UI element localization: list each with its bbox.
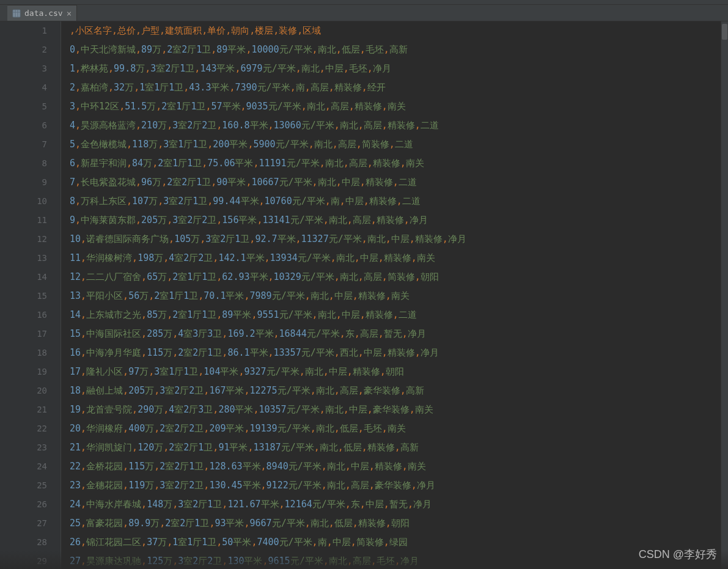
line-number: 7 bbox=[0, 135, 61, 154]
line-number: 3 bbox=[0, 59, 61, 78]
line-number: 1 bbox=[0, 21, 61, 40]
csv-data-row: 2,嘉柏湾,32万,1室1厅1卫,43.3平米,7390元/平米,南,高层,精装… bbox=[70, 78, 728, 97]
csv-data-row: 6,新星宇和润,84万,2室1厅1卫,75.06平米,11191元/平米,南北,… bbox=[70, 154, 728, 173]
csv-data-row: 7,长电紫盈花城,96万,2室2厅1卫,90平米,10667元/平米,南北,中层… bbox=[70, 173, 728, 192]
line-number: 11 bbox=[0, 211, 61, 230]
csv-data-row: 5,金色橄榄城,118万,3室1厅1卫,200平米,5900元/平米,南北,高层… bbox=[70, 135, 728, 154]
line-number: 20 bbox=[0, 381, 61, 400]
line-number: 29 bbox=[0, 552, 61, 569]
editor-area[interactable]: 1234567891011121314151617181920212223242… bbox=[0, 21, 728, 569]
csv-data-row: 26,锦江花园二区,37万,1室1厅1卫,50平米,7400元/平米,南,中层,… bbox=[70, 533, 728, 552]
line-number: 12 bbox=[0, 230, 61, 249]
csv-data-row: 14,上东城市之光,85万,2室1厅1卫,89平米,9551元/平米,南北,中层… bbox=[70, 306, 728, 325]
line-number: 28 bbox=[0, 533, 61, 552]
line-number: 2 bbox=[0, 40, 61, 59]
csv-data-row: 9,中海莱茵东郡,205万,3室2厅2卫,156平米,13141元/平米,南北,… bbox=[70, 211, 728, 230]
line-number: 5 bbox=[0, 97, 61, 116]
csv-data-row: 25,富豪花园,89.9万,2室2厅1卫,93平米,9667元/平米,南北,低层… bbox=[70, 514, 728, 533]
line-number: 21 bbox=[0, 400, 61, 419]
csv-data-row: 11,华润橡树湾,198万,4室2厅2卫,142.1平米,13934元/平米,南… bbox=[70, 249, 728, 268]
window-topbar bbox=[0, 0, 728, 5]
line-number: 25 bbox=[0, 476, 61, 495]
line-number: 8 bbox=[0, 154, 61, 173]
csv-data-row: 8,万科上东区,107万,3室2厅1卫,99.44平米,10760元/平米,南,… bbox=[70, 192, 728, 211]
line-number: 26 bbox=[0, 495, 61, 514]
scroll-thumb[interactable] bbox=[722, 24, 727, 40]
line-number: 9 bbox=[0, 173, 61, 192]
line-number: 23 bbox=[0, 438, 61, 457]
csv-data-row: 17,隆礼小区,97万,3室1厅1卫,104平米,9327元/平米,南北,中层,… bbox=[70, 362, 728, 381]
csv-data-row: 27,昊源康达巩驰,125万,3室2厅2卫,130平米,9615元/平米,南北,… bbox=[70, 552, 728, 569]
csv-data-row: 15,中海国际社区,285万,4室3厅3卫,169.2平米,16844元/平米,… bbox=[70, 325, 728, 343]
csv-data-row: 1,桦林苑,99.8万,3室2厅1卫,143平米,6979元/平米,南北,中层,… bbox=[70, 59, 728, 78]
csv-header-row: ,小区名字,总价,户型,建筑面积,单价,朝向,楼层,装修,区域 bbox=[70, 21, 728, 40]
file-tab-data-csv[interactable]: data.csv × bbox=[7, 5, 77, 21]
csv-data-row: 12,二二八厂宿舍,65万,2室1厅1卫,62.93平米,10329元/平米,南… bbox=[70, 268, 728, 287]
csv-data-row: 23,金穗花园,119万,3室2厅2卫,130.45平米,9122元/平米,南北… bbox=[70, 476, 728, 495]
csv-data-row: 13,平阳小区,56万,2室1厅1卫,70.1平米,7989元/平米,南北,中层… bbox=[70, 287, 728, 306]
line-number-gutter: 1234567891011121314151617181920212223242… bbox=[0, 21, 61, 569]
csv-data-row: 18,融创上城,205万,3室2厅2卫,167平米,12275元/平米,南北,高… bbox=[70, 381, 728, 400]
file-tab-label: data.csv bbox=[24, 9, 63, 18]
code-content[interactable]: ,小区名字,总价,户型,建筑面积,单价,朝向,楼层,装修,区域0,中天北湾新城,… bbox=[61, 21, 728, 569]
line-number: 4 bbox=[0, 78, 61, 97]
csv-data-row: 22,金桥花园,115万,2室2厅1卫,128.63平米,8940元/平米,南北… bbox=[70, 457, 728, 476]
csv-data-row: 0,中天北湾新城,89万,2室2厅1卫,89平米,10000元/平米,南北,低层… bbox=[70, 40, 728, 59]
line-number: 27 bbox=[0, 514, 61, 533]
csv-data-row: 19,龙首壹号院,290万,4室2厅3卫,280平米,10357元/平米,南北,… bbox=[70, 400, 728, 419]
line-number: 6 bbox=[0, 116, 61, 135]
csv-data-row: 20,华润橡府,400万,2室2厅2卫,209平米,19139元/平米,南北,低… bbox=[70, 419, 728, 438]
line-number: 13 bbox=[0, 249, 61, 268]
csv-data-row: 21,华润凯旋门,120万,2室2厅1卫,91平米,13187元/平米,南北,低… bbox=[70, 438, 728, 457]
line-number: 10 bbox=[0, 192, 61, 211]
csv-data-row: 3,中环12区,51.5万,2室1厅1卫,57平米,9035元/平米,南北,高层… bbox=[70, 97, 728, 116]
line-number: 16 bbox=[0, 306, 61, 325]
svg-rect-0 bbox=[13, 10, 20, 17]
editor-tabbar: data.csv × bbox=[0, 5, 728, 21]
line-number: 18 bbox=[0, 343, 61, 362]
line-number: 22 bbox=[0, 419, 61, 438]
line-number: 14 bbox=[0, 268, 61, 287]
line-number: 15 bbox=[0, 287, 61, 306]
csv-data-row: 4,昊源高格蓝湾,210万,3室2厅2卫,160.8平米,13060元/平米,南… bbox=[70, 116, 728, 135]
line-number: 24 bbox=[0, 457, 61, 476]
line-number: 19 bbox=[0, 362, 61, 381]
csv-data-row: 24,中海水岸春城,148万,3室2厅1卫,121.67平米,12164元/平米… bbox=[70, 495, 728, 514]
close-icon[interactable]: × bbox=[67, 9, 72, 18]
vertical-scrollbar[interactable] bbox=[721, 21, 728, 569]
csv-icon bbox=[12, 9, 21, 18]
csv-data-row: 16,中海净月华庭,115万,2室2厅1卫,86.1平米,13357元/平米,西… bbox=[70, 343, 728, 362]
line-number: 17 bbox=[0, 325, 61, 343]
csv-data-row: 10,诺睿德国际商务广场,105万,3室2厅1卫,92.7平米,11327元/平… bbox=[70, 230, 728, 249]
